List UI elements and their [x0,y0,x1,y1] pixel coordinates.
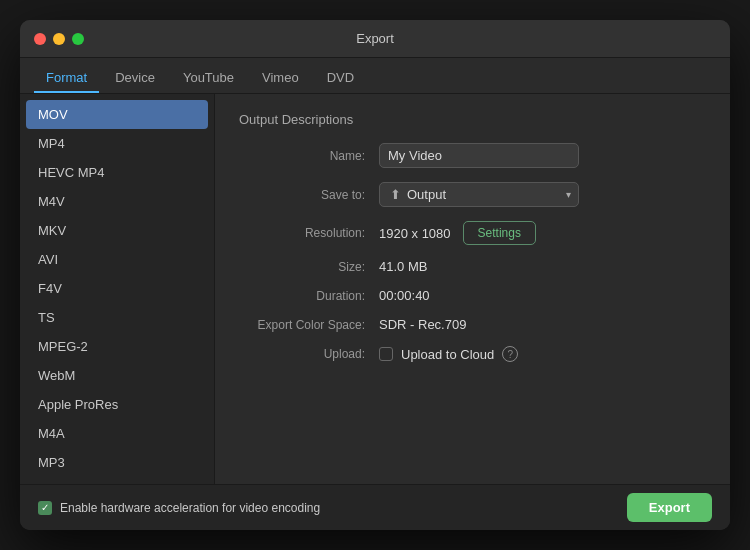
check-icon: ✓ [41,502,49,513]
sidebar-item-gif[interactable]: GIF [20,477,214,484]
size-value: 41.0 MB [379,259,706,274]
export-button[interactable]: Export [627,493,712,522]
tabs-bar: Format Device YouTube Vimeo DVD [20,58,730,94]
main-panel: Output Descriptions Name: Save to: ⬆ Out… [215,94,730,484]
resolution-label: Resolution: [239,226,379,240]
resolution-wrap: 1920 x 1080 Settings [379,221,536,245]
upload-checkbox-label: Upload to Cloud [401,347,494,362]
duration-label: Duration: [239,289,379,303]
window-title: Export [356,31,394,46]
tab-vimeo[interactable]: Vimeo [250,64,311,93]
chevron-down-icon: ▾ [566,189,571,200]
color-space-row: Export Color Space: SDR - Rec.709 [239,317,706,332]
export-window: Export Format Device YouTube Vimeo DVD M… [20,20,730,530]
sidebar-item-avi[interactable]: AVI [20,245,214,274]
footer: ✓ Enable hardware acceleration for video… [20,484,730,530]
sidebar-item-m4a[interactable]: M4A [20,419,214,448]
sidebar-item-hevc-mp4[interactable]: HEVC MP4 [20,158,214,187]
name-input[interactable] [379,143,579,168]
maximize-button[interactable] [72,33,84,45]
sidebar-item-mov[interactable]: MOV [26,100,208,129]
upload-info-icon[interactable]: ? [502,346,518,362]
upload-wrap: Upload to Cloud ? [379,346,518,362]
save-to-select-wrap: ⬆ Output ▾ [379,182,579,207]
sidebar-item-webm[interactable]: WebM [20,361,214,390]
sidebar-item-mp3[interactable]: MP3 [20,448,214,477]
tab-dvd[interactable]: DVD [315,64,366,93]
sidebar-item-m4v[interactable]: M4V [20,187,214,216]
content-area: MOV MP4 HEVC MP4 M4V MKV AVI F4V TS MPEG… [20,94,730,484]
sidebar-item-ts[interactable]: TS [20,303,214,332]
color-space-value: SDR - Rec.709 [379,317,706,332]
hw-accel-label: Enable hardware acceleration for video e… [60,501,320,515]
duration-row: Duration: 00:00:40 [239,288,706,303]
resolution-row: Resolution: 1920 x 1080 Settings [239,221,706,245]
minimize-button[interactable] [53,33,65,45]
upload-checkbox[interactable] [379,347,393,361]
titlebar: Export [20,20,730,58]
name-row: Name: [239,143,706,168]
upload-label: Upload: [239,347,379,361]
section-title: Output Descriptions [239,112,706,127]
save-to-row: Save to: ⬆ Output ▾ [239,182,706,207]
sidebar-item-mpeg2[interactable]: MPEG-2 [20,332,214,361]
tab-format[interactable]: Format [34,64,99,93]
format-sidebar: MOV MP4 HEVC MP4 M4V MKV AVI F4V TS MPEG… [20,94,215,484]
traffic-lights [34,33,84,45]
sidebar-item-f4v[interactable]: F4V [20,274,214,303]
save-to-label: Save to: [239,188,379,202]
hw-accel-wrap: ✓ Enable hardware acceleration for video… [38,501,617,515]
resolution-value: 1920 x 1080 [379,226,451,241]
sidebar-item-apple-prores[interactable]: Apple ProRes [20,390,214,419]
save-to-dropdown[interactable]: ⬆ Output [379,182,579,207]
upload-row: Upload: Upload to Cloud ? [239,346,706,362]
duration-value: 00:00:40 [379,288,706,303]
sidebar-item-mp4[interactable]: MP4 [20,129,214,158]
close-button[interactable] [34,33,46,45]
save-to-value: Output [407,187,446,202]
color-space-label: Export Color Space: [239,318,379,332]
disk-icon: ⬆ [390,187,401,202]
name-label: Name: [239,149,379,163]
sidebar-item-mkv[interactable]: MKV [20,216,214,245]
tab-youtube[interactable]: YouTube [171,64,246,93]
tab-device[interactable]: Device [103,64,167,93]
settings-button[interactable]: Settings [463,221,536,245]
size-label: Size: [239,260,379,274]
hw-accel-checkbox[interactable]: ✓ [38,501,52,515]
size-row: Size: 41.0 MB [239,259,706,274]
